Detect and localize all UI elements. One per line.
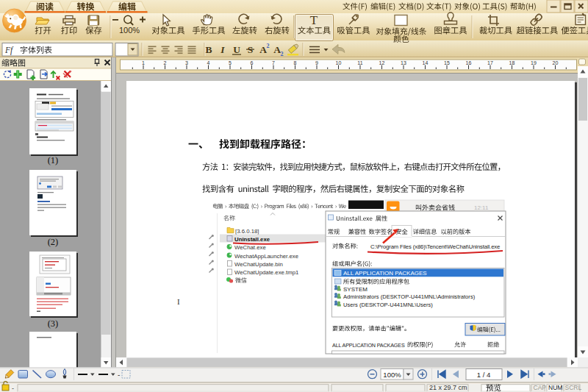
svg-text:I: I [177, 297, 180, 306]
svg-text:(3): (3) [48, 318, 59, 329]
svg-text:C:\Program Files (x86)\Tencent: C:\Program Files (x86)\Tencent\WeChat\Un… [370, 243, 500, 250]
svg-text:ALL APPLICATION PACKAGES: ALL APPLICATION PACKAGES [332, 342, 405, 349]
svg-text:14: 14 [423, 60, 429, 65]
svg-text:SYSTEM: SYSTEM [343, 286, 368, 293]
svg-text:-: - [12, 385, 14, 392]
svg-text:[3.6.0.18]: [3.6.0.18] [235, 228, 259, 235]
svg-text:WeChatUpdate.exe.tmp1: WeChatUpdate.exe.tmp1 [234, 269, 298, 276]
svg-text:Uninstall.exe: Uninstall.exe [234, 236, 270, 243]
svg-text:21 x 29.7 cm: 21 x 29.7 cm [429, 384, 467, 391]
svg-text:7: 7 [272, 60, 275, 65]
svg-text:SCRL: SCRL [565, 384, 582, 391]
svg-text:(2): (2) [48, 237, 59, 247]
svg-text:2: 2 [267, 43, 270, 49]
svg-text:I: I [220, 44, 225, 55]
svg-text:WeChat.exe: WeChat.exe [234, 244, 266, 251]
svg-text:5: 5 [229, 60, 232, 65]
svg-text:2: 2 [281, 51, 284, 57]
svg-text:-: - [118, 371, 120, 379]
svg-text:2: 2 [164, 60, 167, 65]
svg-text:20: 20 [553, 60, 559, 65]
svg-text:15: 15 [444, 60, 450, 65]
svg-text:9: 9 [315, 60, 318, 65]
svg-text:11: 11 [357, 60, 362, 65]
svg-text:1: 1 [142, 60, 145, 65]
svg-text:16: 16 [466, 60, 472, 65]
svg-text:10: 10 [336, 60, 342, 65]
svg-text:(1): (1) [48, 155, 59, 165]
svg-text:12: 12 [379, 60, 385, 65]
svg-text:19: 19 [531, 60, 537, 65]
svg-text:13: 13 [401, 60, 406, 65]
svg-text:17: 17 [487, 60, 493, 65]
svg-text:6: 6 [251, 60, 254, 65]
svg-text:NUM: NUM [548, 384, 562, 391]
svg-text:Administrators (DESKTOP-U441MN: Administrators (DESKTOP-U441MNL\Administ… [343, 293, 476, 300]
svg-text:U: U [233, 44, 240, 55]
svg-text:CAP: CAP [534, 384, 547, 391]
svg-text:ALL APPLICATION PACKAGES: ALL APPLICATION PACKAGES [343, 270, 427, 277]
svg-text:3: 3 [185, 60, 188, 65]
svg-text:100%: 100% [383, 371, 401, 379]
svg-text:8: 8 [294, 60, 297, 65]
svg-text:Users (DESKTOP-U441MNL\Users): Users (DESKTOP-U441MNL\Users) [343, 302, 433, 308]
svg-text:1 / 4: 1 / 4 [477, 371, 491, 379]
svg-text:12:11: 12:11 [474, 204, 489, 211]
svg-text:Ff: Ff [4, 46, 14, 55]
svg-text:100%: 100% [119, 26, 140, 35]
svg-text:B: B [205, 44, 212, 55]
svg-text:WechatAppLauncher.exe: WechatAppLauncher.exe [234, 253, 298, 260]
svg-text:18: 18 [509, 60, 515, 65]
svg-text:4: 4 [207, 60, 210, 65]
svg-text:WeChatUpdate.bin: WeChatUpdate.bin [234, 261, 283, 268]
svg-text:T: T [310, 13, 318, 27]
